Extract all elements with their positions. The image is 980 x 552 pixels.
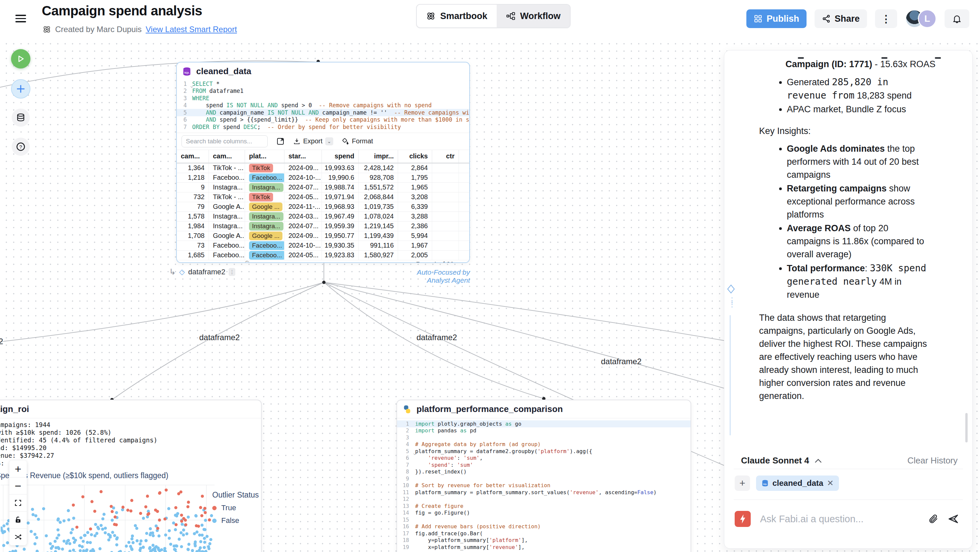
table-row[interactable]: 79Google A...Google ...2024-11-...19,968… — [177, 202, 469, 212]
context-chip-cleaned-data[interactable]: SQL cleaned_data ✕ — [756, 476, 839, 491]
add-to-canvas-icon[interactable] — [727, 284, 735, 294]
clipped-scrolled-line — [881, 57, 888, 59]
table-row[interactable]: 9Instagra...Instagra...2024-07...19,988.… — [177, 183, 469, 192]
node-platform-performance-comparison[interactable]: platform_performance_comparison 1import … — [396, 399, 691, 552]
table-row[interactable]: 1,708Google A...Google ...2024-09...19,9… — [177, 231, 469, 241]
send-icon[interactable] — [948, 513, 959, 525]
expand-table-icon[interactable] — [277, 137, 285, 145]
zoom-out-button[interactable]: − — [10, 477, 27, 495]
sql-code-editor[interactable]: 1⌄SELECT *2FROM dataframe13WHERE4 spend … — [177, 80, 469, 130]
message-drag-handle[interactable]: ⋮⋮ — [728, 298, 736, 306]
next-page-button[interactable]: › — [461, 260, 464, 263]
panel-scrollbar[interactable] — [965, 413, 967, 442]
export-options-chevron[interactable]: ⌄ — [325, 137, 333, 145]
shuffle-layout-button[interactable] — [10, 529, 27, 545]
code-line: 17fig.add_trace(go.Bar( — [397, 530, 690, 537]
result-table[interactable]: cam...cam...plat...star...spendimpr...cl… — [177, 150, 469, 260]
analyst-agent-panel: Campaign (ID: 1771) - 15.63x ROAS Genera… — [724, 50, 973, 549]
platform-badge: Instagra... — [249, 222, 283, 231]
data-sources-button[interactable] — [12, 108, 30, 127]
output-handle[interactable]: ⋮ — [229, 268, 235, 276]
table-cell: 2,864 — [398, 164, 432, 173]
ask-question-input[interactable] — [759, 513, 920, 525]
table-row[interactable]: 1,364TikTok - ...TikTok2024-09...19,993.… — [177, 164, 469, 173]
add-cell-button[interactable] — [11, 79, 30, 99]
smartbook-icon — [43, 25, 51, 34]
model-selector[interactable]: Claude Sonnet 4 — [741, 455, 822, 466]
node-campaign-roi[interactable]: campaign_roi Original campaigns: 1944Cam… — [0, 399, 262, 552]
scatter-plot[interactable] — [1, 482, 215, 552]
table-cell: TikTok — [245, 192, 285, 202]
sql-node-icon: SQL — [182, 67, 191, 76]
table-cell: 19,930.35 — [322, 241, 359, 250]
table-footer: In total 1,944 recordsⓘ ‹ Page 1 of 20 › — [177, 260, 469, 263]
table-row[interactable]: 1,218Faceboo...Faceboo...2024-10-...19,9… — [177, 173, 469, 183]
zoom-in-button[interactable]: + — [10, 460, 27, 477]
table-cell — [432, 212, 459, 221]
publish-button[interactable]: Publish — [746, 10, 807, 28]
column-header[interactable]: cam... — [177, 150, 209, 163]
table-cell: 19,967.49 — [322, 212, 359, 221]
table-cell: TikTok - ... — [209, 192, 245, 202]
column-header[interactable]: star... — [285, 150, 322, 163]
attachment-icon[interactable] — [928, 514, 939, 524]
node-title: campaign_roi — [0, 404, 29, 414]
node-title: platform_performance_comparison — [417, 404, 563, 414]
table-cell: 1,364 — [177, 164, 209, 173]
legend-item-false[interactable]: False — [212, 516, 261, 525]
edge-label-dataframe2-clipped: dataframe2 — [0, 337, 3, 346]
avatar[interactable]: L — [918, 10, 937, 28]
table-cell: 2,005 — [398, 251, 432, 260]
table-row[interactable]: 73Faceboo...Faceboo...2024-10-...19,930.… — [177, 241, 469, 251]
auto-focus-note: Auto-Focused by Analyst Agent — [398, 268, 470, 284]
table-row[interactable]: 1,578Instagra...Instagra...2024-03...19,… — [177, 212, 469, 221]
tab-smartbook[interactable]: Smartbook — [417, 5, 497, 27]
table-cell: 2024-05... — [285, 192, 322, 202]
export-button[interactable]: Export ⌄ — [293, 137, 333, 145]
plus-icon — [16, 84, 26, 94]
tab-workflow[interactable]: Workflow — [497, 5, 570, 27]
notifications-button[interactable] — [945, 10, 969, 28]
table-cell: 991,116 — [359, 241, 398, 250]
info-icon[interactable]: ⓘ — [245, 261, 249, 263]
table-row[interactable]: 1,984Instagra...Instagra...2024-07...19,… — [177, 221, 469, 231]
table-cell: 19,950.77 — [322, 231, 359, 240]
column-header[interactable]: impr... — [359, 150, 398, 163]
table-row[interactable]: 1,685Faceboo...Faceboo...2024-05...19,92… — [177, 251, 469, 260]
svg-text:SQL: SQL — [763, 483, 767, 485]
add-context-button[interactable]: + — [735, 476, 750, 491]
format-button[interactable]: Format — [342, 137, 373, 145]
column-header[interactable]: ctr — [432, 150, 459, 163]
clear-history-button[interactable]: Clear History — [907, 455, 958, 466]
node-cleaned-data[interactable]: SQL cleaned_data 1⌄SELECT *2FROM datafra… — [176, 62, 470, 263]
python-code-editor[interactable]: 1import plotly.graph_objects as go2impor… — [397, 420, 690, 550]
column-header[interactable]: cam... — [209, 150, 245, 163]
sql-chip-icon: SQL — [761, 479, 769, 487]
column-header[interactable]: spend — [322, 150, 359, 163]
platform-badge: Google ... — [249, 202, 282, 211]
column-header[interactable]: clicks — [398, 150, 432, 163]
table-cell: Instagra... — [245, 212, 285, 221]
smart-report-link[interactable]: View Latest Smart Report — [146, 25, 237, 34]
legend-item-true[interactable]: True — [212, 504, 261, 512]
chip-close-icon[interactable]: ✕ — [827, 479, 834, 488]
fit-view-button[interactable] — [10, 495, 27, 512]
column-header[interactable]: plat... — [245, 150, 285, 163]
prev-page-button[interactable]: ‹ — [406, 260, 409, 263]
table-cell: 2024-07... — [285, 221, 322, 231]
table-row[interactable]: 732TikTok - ...TikTok2024-05...19,971.94… — [177, 192, 469, 202]
more-menu-button[interactable]: ⋮ — [875, 10, 897, 28]
lock-button[interactable] — [10, 512, 27, 529]
menu-icon[interactable] — [15, 15, 26, 23]
python-node-icon — [402, 405, 412, 414]
help-button[interactable]: ? — [12, 138, 30, 156]
code-line: 14fig = go.Figure() — [397, 509, 690, 517]
run-workflow-button[interactable] — [11, 49, 30, 68]
output-dataframe-label[interactable]: dataframe2 — [188, 268, 225, 276]
search-input[interactable] — [181, 135, 268, 147]
lock-icon — [14, 516, 22, 524]
workflow-icon — [506, 11, 515, 21]
table-cell — [432, 192, 459, 202]
svg-text:SQL: SQL — [184, 71, 189, 74]
share-button[interactable]: Share — [815, 10, 867, 28]
